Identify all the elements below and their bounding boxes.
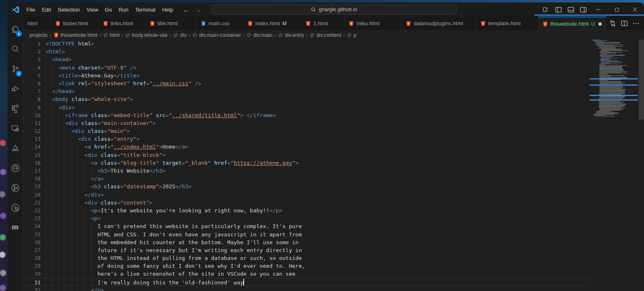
code-line[interactable]: 29of doing some fancy shit I don't see w… <box>23 262 590 270</box>
code-line[interactable]: 25HTML and CSS. I don't even have any ja… <box>23 231 590 238</box>
code-line[interactable]: 11<div class="main-container"> <box>23 119 590 127</box>
code-line[interactable]: 32</p> <box>23 286 590 291</box>
scrollbar-slider[interactable] <box>639 40 644 120</box>
tab-1-html[interactable]: 51.html <box>301 17 344 30</box>
split-editor-icon[interactable] <box>618 18 630 29</box>
code-line[interactable]: 23<p> <box>23 214 590 222</box>
chevron-right-icon: › <box>306 32 307 38</box>
code-line[interactable]: 14<a href="../index.html">Home</a> <box>23 143 590 151</box>
toggle-primary-sidebar-icon[interactable] <box>552 3 564 16</box>
editor-scrollbar[interactable] <box>638 40 644 291</box>
customize-layout-icon[interactable] <box>540 3 552 16</box>
code-text: <title>Athene.Gay</title> <box>46 72 590 79</box>
tab-title-html[interactable]: 5title.html <box>145 17 196 30</box>
menu-view[interactable]: View <box>83 5 102 14</box>
toggle-secondary-sidebar-icon[interactable] <box>577 3 589 16</box>
tab-html[interactable]: html <box>23 17 51 30</box>
tab-dalamudplugins-html[interactable]: 5dalamudplugins.html <box>402 17 476 30</box>
tab-index-html[interactable]: 5index.htmlM <box>243 17 301 30</box>
source-control-icon[interactable]: 2 <box>7 59 23 79</box>
code-line[interactable]: 18</a> <box>23 175 590 183</box>
code-line[interactable]: 27future if it's necessary but I'm writi… <box>23 246 590 254</box>
triangle-a-extension-icon[interactable] <box>7 138 23 158</box>
code-line[interactable]: 8<body class="whole-site"> <box>23 95 590 103</box>
menu-help[interactable]: Help <box>159 5 177 14</box>
tab-miku-html[interactable]: 5miku.html <box>344 17 402 30</box>
code-line[interactable]: 22<p>It's the website you're looking at … <box>23 207 590 214</box>
toggle-panel-icon[interactable] <box>564 3 577 16</box>
code-line[interactable]: 28the HTML instead of pulling from a dat… <box>23 254 590 262</box>
indent-guide <box>58 175 65 183</box>
run-debug-icon[interactable] <box>7 79 23 99</box>
menu-terminal[interactable]: Terminal <box>132 5 159 14</box>
command-center-search[interactable]: gnargle.github.io <box>211 5 457 14</box>
compare-changes-icon[interactable] <box>607 18 618 29</box>
explorer-icon[interactable]: 1 <box>7 19 23 39</box>
breadcrumb-item[interactable]: body.whole-site <box>125 32 167 38</box>
indent-guide <box>58 183 65 190</box>
code-line[interactable]: 5<title>Athene.Gay</title> <box>23 72 590 79</box>
code-line[interactable]: 15<div class="title-block"> <box>23 151 590 159</box>
forward-icon[interactable]: → <box>195 6 201 13</box>
code-line[interactable]: 20</div> <box>23 191 590 199</box>
search-icon[interactable] <box>7 39 23 59</box>
tab-template-html[interactable]: 5template.html <box>476 17 538 30</box>
code-line[interactable]: 19<h3 class="datestamp">2025</h3> <box>23 183 590 190</box>
history-nav: ← → <box>183 6 201 13</box>
code-line[interactable]: 4<meta charset="UTF-8" /> <box>23 64 590 72</box>
chevron-right-icon: › <box>343 32 345 38</box>
tab-thiswebsite-html[interactable]: 5thiswebsite.htmlU <box>538 17 606 30</box>
symbol-element-icon <box>310 33 315 38</box>
breadcrumb-item[interactable]: 5thiswebsite.html <box>53 32 97 38</box>
code-line[interactable]: 1<!DOCTYPE html> <box>23 40 590 48</box>
breadcrumb-item[interactable]: div.main-container <box>192 32 241 38</box>
dirty-indicator-dot[interactable] <box>598 22 602 26</box>
breadcrumb-item[interactable]: html <box>103 32 120 38</box>
code-area[interactable]: 1<!DOCTYPE html>2<html>3<head>4<meta cha… <box>23 40 590 291</box>
godot-icon[interactable] <box>7 218 23 238</box>
git-search-icon[interactable] <box>7 198 23 218</box>
vscode-window: FileEditSelectionViewGoRunTerminalHelp ←… <box>7 2 644 291</box>
github-icon[interactable] <box>7 158 23 178</box>
code-line[interactable]: 16<a class="blog-title" target="_blank" … <box>23 159 590 167</box>
code-line[interactable]: 21<div class="content"> <box>23 199 590 207</box>
code-line[interactable]: 17<h3>This Website</h3> <box>23 167 590 175</box>
minimap-line <box>599 107 622 107</box>
code-line[interactable]: 24I can't pretend this website is partic… <box>23 222 590 230</box>
breadcrumb-item[interactable]: projects <box>29 32 48 38</box>
menu-go[interactable]: Go <box>102 5 115 14</box>
back-icon[interactable]: ← <box>183 6 189 13</box>
minimap[interactable] <box>590 40 638 291</box>
extensions-icon[interactable] <box>7 99 23 118</box>
remote-explorer-icon[interactable] <box>7 118 23 138</box>
more-actions-icon[interactable] <box>630 18 642 29</box>
breadcrumb-item[interactable]: p <box>347 32 356 38</box>
breadcrumb-item[interactable]: div <box>173 32 186 38</box>
code-line[interactable]: 26the embedded hit counter at the bottom… <box>23 238 590 246</box>
code-line[interactable]: 7</head> <box>23 87 590 95</box>
code-line[interactable]: 31I'm really doing this the 'old-fashion… <box>23 278 590 286</box>
tab-links-html[interactable]: 5links.html <box>99 17 145 30</box>
code-line[interactable]: 30here's a live screenshot of the site i… <box>23 270 590 278</box>
code-line[interactable]: 12<div class="main"> <box>23 127 590 135</box>
menu-edit[interactable]: Edit <box>39 5 54 14</box>
code-line[interactable]: 2<html> <box>23 48 590 55</box>
code-line[interactable]: 10<iframe class="embed-title" src="../sh… <box>23 111 590 119</box>
minimap-line <box>599 75 609 75</box>
code-line[interactable]: 6<link rel="stylesheet" href="../main.cs… <box>23 79 590 87</box>
code-text: HTML and CSS. I don't even have any java… <box>46 231 590 238</box>
breadcrumb-item[interactable]: div.content <box>310 32 341 38</box>
code-line[interactable]: 3<head> <box>23 55 590 63</box>
code-line[interactable]: 9<div> <box>23 103 590 111</box>
tab-footer-html[interactable]: 5footer.html <box>51 17 99 30</box>
menu-file[interactable]: File <box>23 5 39 14</box>
breadcrumb-item[interactable]: div.main <box>247 32 272 38</box>
menu-run[interactable]: Run <box>115 5 132 14</box>
gitlens-icon[interactable] <box>7 178 23 198</box>
tab-main-css[interactable]: 3main.css <box>196 17 243 30</box>
indent-guide <box>52 207 59 214</box>
minimap-line <box>599 80 608 81</box>
code-line[interactable]: 13<div class="entry"> <box>23 135 590 143</box>
menu-selection[interactable]: Selection <box>54 5 83 14</box>
breadcrumb-item[interactable]: div.entry <box>278 32 304 38</box>
